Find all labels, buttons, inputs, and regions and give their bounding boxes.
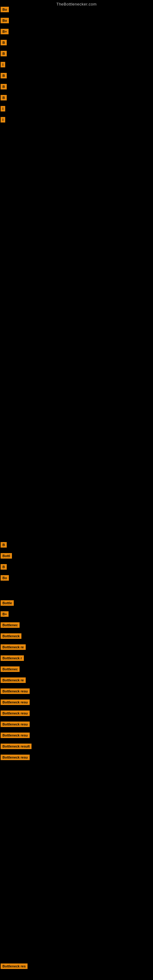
badge-20-label: Bottleneck re xyxy=(1,644,26,650)
site-title: TheBottlenecker.com xyxy=(0,0,153,8)
badge-30-label: Bottleneck resu xyxy=(1,755,30,760)
badge-22-label: Bottlenec xyxy=(1,667,19,672)
badge-11-label: I xyxy=(1,117,5,123)
badge-27-label: Bottleneck resu xyxy=(1,722,30,727)
badge-9-label: B xyxy=(1,95,7,100)
badge-14-label: B xyxy=(1,564,7,570)
badge-5-label: B xyxy=(1,51,7,56)
badge-16-label: Bottle xyxy=(1,600,14,606)
badge-8-label: B xyxy=(1,84,7,89)
badge-18-label: Bottlenec xyxy=(1,622,19,628)
badge-3-label: B+ xyxy=(1,29,9,34)
badge-23-label: Bottleneck re xyxy=(1,678,26,683)
badge-12-label: B xyxy=(1,542,7,547)
badge-26-label: Bottleneck resu xyxy=(1,711,30,716)
badge-1-label: Bo xyxy=(1,7,9,12)
badge-15-label: Bo xyxy=(1,575,9,581)
badge-21-label: Bottleneck r xyxy=(1,655,24,661)
badge-24-label: Bottleneck resu xyxy=(1,689,30,694)
badge-25-label: Bottleneck resu xyxy=(1,700,30,705)
badge-31-label: Bottleneck res xyxy=(1,964,27,969)
badge-19-label: Bottleneck xyxy=(1,633,21,639)
badge-28-label: Bottleneck resu xyxy=(1,733,30,738)
badge-6-label: I xyxy=(1,62,5,67)
badge-13-label: Bottl xyxy=(1,553,12,558)
badge-4-label: B xyxy=(1,40,7,45)
badge-10-label: I xyxy=(1,106,5,111)
badge-7-label: B xyxy=(1,73,7,78)
badge-29-label: Bottleneck result xyxy=(1,744,32,749)
badge-17-label: B+ xyxy=(1,611,9,617)
badge-2-label: Bo xyxy=(1,18,9,23)
